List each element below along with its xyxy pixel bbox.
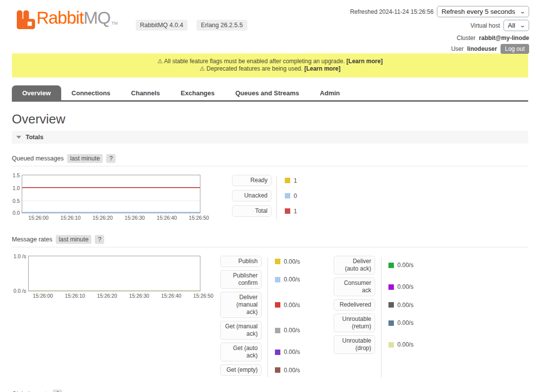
user-name: linodeuser: [467, 45, 497, 52]
series-color-swatch: [388, 342, 394, 348]
queued-messages-legend: Ready 1 Unacked 0 Total 1: [232, 175, 297, 221]
legend-row-unacked: Unacked 0: [232, 190, 297, 201]
legend-row-consumer-ack: Consumer ack 0.00/s: [334, 277, 414, 296]
y-tick: 0.5: [12, 198, 20, 204]
cluster-name: rabbit@my-linode: [479, 35, 529, 41]
rabbitmq-logo-icon: [17, 8, 36, 32]
rates-legend-right: Deliver (auto ack) 0.00/s Consumer ack 0…: [334, 256, 414, 379]
y-tick: 1.0 /s: [13, 253, 26, 259]
x-axis-labels: 15:26:00 15:26:10 15:26:20 15:26:30 15:2…: [28, 293, 220, 299]
totals-label: Totals: [26, 134, 43, 141]
legend-label: Consumer ack: [334, 277, 375, 296]
banner-line-feature-flags: ⚠ All stable feature flags must be enabl…: [17, 58, 523, 65]
unacked-series-line: [22, 212, 200, 213]
x-axis-labels: 15:26:00 15:26:10 15:26:20 15:26:30 15:2…: [24, 215, 220, 221]
legend-row-unroutable-drop: Unroutable (drop) 0.00/s: [334, 335, 414, 354]
tab-queues-and-streams[interactable]: Queues and Streams: [225, 85, 309, 100]
legend-value: 0.00/s: [284, 349, 300, 355]
cluster-label: Cluster: [457, 35, 475, 41]
x-tick: 15:26:00: [24, 215, 53, 221]
chevron-down-icon: ⌄: [519, 8, 526, 15]
learn-more-link[interactable]: [Learn more]: [304, 65, 340, 72]
legend-value: 0.00/s: [397, 283, 414, 290]
queued-help-icon[interactable]: ?: [106, 154, 116, 163]
global-counts-help-icon[interactable]: ?: [53, 390, 62, 392]
legend-label: Deliver (manual ack): [220, 292, 262, 318]
legend-label: Publish: [220, 256, 262, 267]
y-tick: 1.5: [12, 172, 20, 178]
series-color-swatch: [388, 302, 394, 308]
series-color-swatch: [285, 208, 290, 214]
legend-label: Get (empty): [220, 364, 262, 376]
legend-value: 0: [294, 193, 297, 199]
legend-label: Get (manual ack): [220, 321, 262, 340]
rates-range-badge[interactable]: last minute: [56, 235, 91, 244]
legend-label: Unroutable (drop): [334, 335, 375, 354]
learn-more-link[interactable]: [Learn more]: [347, 58, 383, 65]
x-tick: 15:26:50: [189, 293, 218, 299]
y-tick: 1.0: [12, 185, 20, 191]
logout-button[interactable]: Log out: [501, 44, 529, 54]
rates-help-icon[interactable]: ?: [95, 235, 104, 244]
refreshed-timestamp: Refreshed 2024-11-24 15:26:56: [350, 8, 433, 15]
legend-value: 0.00/s: [284, 276, 300, 283]
rabbitmq-logo: RabbitMQTM: [17, 8, 118, 33]
chevron-down-icon: ⌄: [519, 22, 526, 29]
x-tick: 15:26:30: [124, 293, 154, 299]
x-tick: 15:26:20: [88, 215, 117, 221]
legend-value: 0.00/s: [284, 258, 300, 265]
series-color-swatch: [285, 178, 290, 183]
series-color-swatch: [388, 263, 394, 268]
legend-label: Ready: [232, 175, 271, 186]
legend-value: 0.00/s: [397, 302, 414, 309]
message-rates-section: Message rates last minute ? 1.0 /s 0.0 /…: [12, 235, 528, 379]
series-color-swatch: [275, 367, 280, 373]
tab-exchanges[interactable]: Exchanges: [170, 85, 225, 100]
tab-connections[interactable]: Connections: [61, 85, 121, 100]
legend-row-get-manual: Get (manual ack) 0.00/s: [220, 321, 334, 340]
wordmark-rabbit: Rabbit: [37, 8, 83, 27]
x-tick: 15:26:30: [120, 215, 150, 221]
legend-label: Unroutable (return): [334, 314, 375, 332]
y-tick: 0.0: [12, 210, 20, 216]
legend-row-unroutable-return: Unroutable (return) 0.00/s: [334, 314, 414, 332]
legend-row-ready: Ready 1: [232, 175, 297, 186]
header-right: Refreshed 2024-11-24 15:26:56 Refresh ev…: [350, 6, 529, 54]
virtual-host-select[interactable]: All ⌄: [503, 20, 529, 31]
x-tick: 15:26:10: [60, 293, 90, 299]
wordmark-tm: TM: [112, 21, 118, 26]
queued-messages-chart: 1.5 1.0 0.5 0.0 15:26:00 15:26:10 15:26:…: [12, 175, 220, 221]
queued-messages-title: Queued messages: [12, 155, 64, 162]
warning-banner: ⚠ All stable feature flags must be enabl…: [12, 53, 528, 78]
queued-range-badge[interactable]: last minute: [67, 154, 103, 163]
legend-label: Unacked: [232, 190, 271, 201]
x-tick: 15:26:00: [28, 293, 58, 299]
series-color-swatch: [388, 284, 394, 290]
brand: RabbitMQTM RabbitMQ 4.0.4 Erlang 26.2.5.…: [17, 8, 247, 33]
legend-value: 0.00/s: [397, 319, 414, 326]
series-color-swatch: [285, 193, 290, 198]
message-rates-chart: 1.0 /s 0.0 /s 15:26:00 15:26:10 15:26:20…: [12, 256, 220, 379]
legend-value: 0.00/s: [397, 341, 414, 348]
tab-admin[interactable]: Admin: [309, 85, 350, 100]
tab-channels[interactable]: Channels: [121, 85, 171, 100]
totals-section-header[interactable]: Totals: [12, 131, 528, 144]
legend-row-redelivered: Redelivered 0.00/s: [334, 299, 414, 311]
legend-row-publish: Publish 0.00/s: [220, 256, 334, 267]
series-color-swatch: [275, 302, 280, 308]
series-color-swatch: [275, 328, 280, 333]
refresh-interval-select[interactable]: Refresh every 5 seconds ⌄: [437, 6, 529, 17]
x-tick: 15:26:10: [56, 215, 85, 221]
legend-value: 1: [294, 177, 297, 184]
legend-row-total: Total 1: [232, 205, 297, 217]
version-badges: RabbitMQ 4.0.4 Erlang 26.2.5.5: [136, 20, 247, 31]
legend-row-deliver-manual: Deliver (manual ack) 0.00/s: [220, 292, 334, 318]
rates-legend-left: Publish 0.00/s Publisher confirm 0.00/s …: [220, 256, 334, 379]
x-tick: 15:26:50: [184, 215, 214, 221]
rabbitmq-version-badge: RabbitMQ 4.0.4: [136, 20, 188, 31]
total-series-line: [22, 187, 200, 188]
tab-overview[interactable]: Overview: [12, 85, 61, 100]
legend-label: Publisher confirm: [220, 270, 262, 289]
nav-tabs: Overview Connections Channels Exchanges …: [12, 85, 528, 102]
series-color-swatch: [388, 320, 394, 326]
